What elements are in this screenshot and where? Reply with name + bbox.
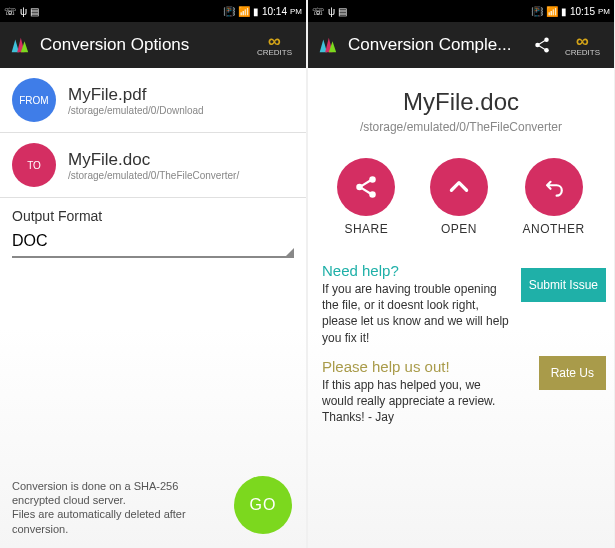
- battery-icon: ▮: [253, 6, 259, 17]
- svg-line-4: [539, 46, 545, 50]
- svg-line-3: [539, 41, 545, 45]
- signal-icon: 📶: [546, 6, 558, 17]
- bars-icon: ▤: [30, 6, 39, 17]
- clock-text: 10:15: [570, 6, 595, 17]
- svg-line-9: [362, 188, 371, 193]
- share-action-button[interactable]: [525, 36, 559, 54]
- help-section-1: Need help? If you are having trouble ope…: [308, 250, 614, 346]
- to-file-path: /storage/emulated/0/TheFileConverter/: [68, 170, 294, 181]
- infinity-icon: ∞: [268, 34, 281, 48]
- clock-suffix: PM: [598, 7, 610, 16]
- result-path: /storage/emulated/0/TheFileConverter: [320, 120, 602, 134]
- battery-icon: ▮: [561, 6, 567, 17]
- rate-us-button[interactable]: Rate Us: [539, 356, 606, 390]
- from-file-info: MyFile.pdf /storage/emulated/0/Download: [68, 85, 294, 116]
- from-badge: FROM: [12, 78, 56, 122]
- output-format-label: Output Format: [0, 198, 306, 226]
- signal-icon: 📶: [238, 6, 250, 17]
- another-circle: [525, 158, 583, 216]
- footer-note: Conversion is done on a SHA-256 encrypte…: [12, 479, 212, 536]
- vibrate-icon: 📳: [223, 6, 235, 17]
- clock-text: 10:14: [262, 6, 287, 17]
- voicemail-icon: ☏: [312, 6, 325, 17]
- from-file-path: /storage/emulated/0/Download: [68, 105, 294, 116]
- status-bar: ☏ ψ ▤ 📳 📶 ▮ 10:15PM: [308, 0, 614, 22]
- open-button[interactable]: OPEN: [430, 158, 488, 236]
- usb-icon: ψ: [328, 6, 335, 17]
- status-left: ☏ ψ ▤: [4, 6, 39, 17]
- status-right: 📳 📶 ▮ 10:15PM: [531, 6, 610, 17]
- from-file-name: MyFile.pdf: [68, 85, 294, 105]
- to-file-name: MyFile.doc: [68, 150, 294, 170]
- output-format-dropdown[interactable]: DOC: [12, 226, 294, 258]
- svg-point-0: [544, 38, 549, 43]
- app-bar: Conversion Options ∞ CREDITS: [0, 22, 306, 68]
- another-button[interactable]: ANOTHER: [523, 158, 585, 236]
- credits-button[interactable]: ∞ CREDITS: [251, 34, 298, 57]
- page-title: Conversion Comple...: [348, 35, 525, 55]
- screen-conversion-options: ☏ ψ ▤ 📳 📶 ▮ 10:14PM Conversion Options ∞…: [0, 0, 306, 548]
- help-section-2: Please help us out! If this app has help…: [308, 346, 614, 426]
- undo-icon: [541, 174, 567, 200]
- another-label: ANOTHER: [523, 222, 585, 236]
- to-file-row[interactable]: TO MyFile.doc /storage/emulated/0/TheFil…: [0, 133, 306, 198]
- action-row: SHARE OPEN ANOTHER: [308, 144, 614, 250]
- bars-icon: ▤: [338, 6, 347, 17]
- clock-suffix: PM: [290, 7, 302, 16]
- open-circle: [430, 158, 488, 216]
- app-logo-icon: [8, 34, 30, 56]
- to-file-info: MyFile.doc /storage/emulated/0/TheFileCo…: [68, 150, 294, 181]
- svg-point-1: [535, 43, 540, 48]
- output-format-value: DOC: [12, 232, 48, 249]
- status-right: 📳 📶 ▮ 10:14PM: [223, 6, 302, 17]
- to-badge: TO: [12, 143, 56, 187]
- credits-button[interactable]: ∞ CREDITS: [559, 34, 606, 57]
- open-label: OPEN: [441, 222, 477, 236]
- result-header: MyFile.doc /storage/emulated/0/TheFileCo…: [308, 68, 614, 144]
- result-filename: MyFile.doc: [320, 88, 602, 116]
- app-logo-icon: [316, 34, 338, 56]
- go-label: GO: [250, 496, 277, 514]
- credits-label: CREDITS: [257, 48, 292, 57]
- vibrate-icon: 📳: [531, 6, 543, 17]
- status-left: ☏ ψ ▤: [312, 6, 347, 17]
- share-icon: [533, 36, 551, 54]
- status-bar: ☏ ψ ▤ 📳 📶 ▮ 10:14PM: [0, 0, 306, 22]
- chevron-up-icon: [446, 174, 472, 200]
- svg-point-2: [544, 48, 549, 53]
- share-circle: [337, 158, 395, 216]
- screen-conversion-complete: ☏ ψ ▤ 📳 📶 ▮ 10:15PM Conversion Comple...…: [308, 0, 614, 548]
- usb-icon: ψ: [20, 6, 27, 17]
- share-label: SHARE: [344, 222, 388, 236]
- share-icon: [353, 174, 379, 200]
- app-bar: Conversion Comple... ∞ CREDITS: [308, 22, 614, 68]
- svg-line-8: [362, 181, 371, 186]
- go-button[interactable]: GO: [234, 476, 292, 534]
- share-button[interactable]: SHARE: [337, 158, 395, 236]
- infinity-icon: ∞: [576, 34, 589, 48]
- from-file-row[interactable]: FROM MyFile.pdf /storage/emulated/0/Down…: [0, 68, 306, 133]
- credits-label: CREDITS: [565, 48, 600, 57]
- voicemail-icon: ☏: [4, 6, 17, 17]
- submit-issue-button[interactable]: Submit Issue: [521, 268, 606, 302]
- page-title: Conversion Options: [40, 35, 251, 55]
